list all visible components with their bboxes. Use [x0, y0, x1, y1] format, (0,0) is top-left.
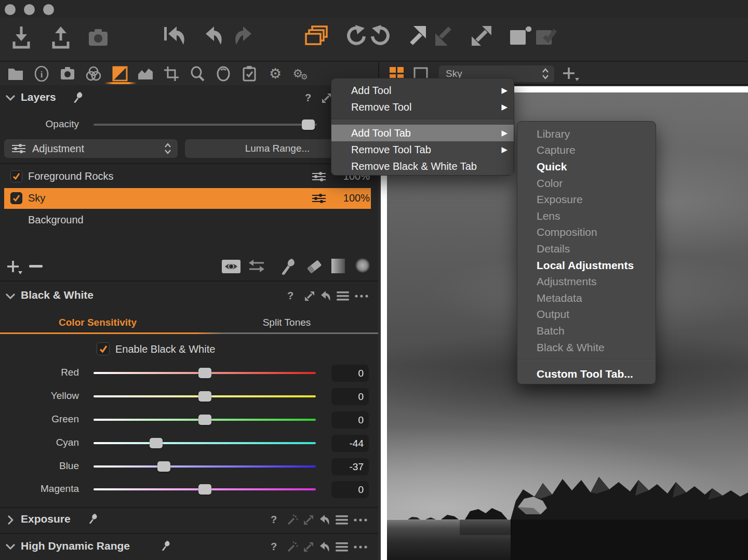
demote-variant-icon[interactable]: [432, 25, 453, 47]
slider-track[interactable]: [94, 442, 316, 444]
lens-icon[interactable]: [215, 65, 232, 82]
tab-color-sensitivity[interactable]: Color Sensitivity: [0, 317, 195, 328]
opacity-slider-track[interactable]: [94, 124, 317, 126]
opacity-slider-handle[interactable]: [302, 119, 315, 130]
remove-layer-icon[interactable]: [29, 265, 43, 268]
loupe-icon[interactable]: [189, 65, 206, 82]
invert-mask-icon[interactable]: [248, 259, 265, 273]
add-variant-icon[interactable]: [562, 66, 580, 82]
expand-icon[interactable]: [303, 541, 314, 553]
layer-row-sky[interactable]: Sky 100%: [0, 188, 378, 209]
reset-icon[interactable]: [319, 541, 331, 553]
slider-handle[interactable]: [150, 438, 163, 448]
submenu-item-quick[interactable]: Quick: [517, 158, 656, 175]
more-icon[interactable]: [353, 545, 368, 549]
more-icon[interactable]: [353, 518, 368, 522]
menu-item-remove-tool[interactable]: Remove Tool▶: [331, 99, 514, 115]
submenu-item-custom-tool-tab[interactable]: Custom Tool Tab...: [517, 364, 656, 384]
slider-track[interactable]: [94, 419, 316, 421]
slider-handle[interactable]: [198, 391, 211, 402]
expand-icon[interactable]: [303, 514, 314, 526]
help-icon[interactable]: ?: [271, 541, 277, 553]
slider-handle[interactable]: [198, 368, 211, 378]
help-icon[interactable]: ?: [305, 92, 311, 104]
new-variant-stack-icon[interactable]: [304, 25, 328, 49]
menu-item-remove-bw-tab[interactable]: Remove Black & White Tab: [331, 158, 514, 175]
more-icon[interactable]: [354, 294, 369, 298]
export-icon[interactable]: [50, 25, 72, 50]
expand-icon[interactable]: [304, 290, 315, 302]
submenu-item-local-adjustments[interactable]: Local Adjustments: [517, 257, 656, 274]
slider-value[interactable]: -37: [331, 458, 369, 475]
slider-track[interactable]: [94, 395, 316, 397]
preset-menu-icon[interactable]: [336, 515, 348, 525]
undo-icon[interactable]: [204, 25, 226, 49]
layer-row-foreground-rocks[interactable]: Foreground Rocks 100%: [0, 166, 378, 187]
preset-menu-icon[interactable]: [337, 291, 349, 301]
brush-mask-icon[interactable]: [87, 513, 99, 525]
enable-bw-checkbox[interactable]: [97, 342, 110, 355]
settings-gear-icon[interactable]: ⚙: [267, 65, 284, 82]
undo-all-icon[interactable]: [163, 25, 186, 49]
redo-icon[interactable]: [231, 25, 253, 49]
wand-icon[interactable]: [287, 541, 298, 553]
layer-type-select[interactable]: Adjustment: [4, 139, 178, 158]
import-icon[interactable]: [10, 25, 32, 50]
menu-item-add-tool-tab[interactable]: Add Tool Tab▶: [331, 125, 514, 141]
promote-variant-icon[interactable]: [408, 25, 429, 47]
reset-icon[interactable]: [319, 514, 331, 526]
chevron-down-icon[interactable]: [5, 543, 16, 550]
slider-handle[interactable]: [157, 461, 170, 472]
layer-visibility-checkbox[interactable]: [10, 170, 22, 182]
slider-handle[interactable]: [198, 484, 211, 495]
preset-menu-icon[interactable]: [336, 542, 348, 552]
crop-icon[interactable]: [163, 65, 180, 82]
hdr-panel-header[interactable]: High Dynamic Range ?: [0, 534, 378, 560]
layer-visibility-checkbox[interactable]: [10, 192, 22, 204]
color-wheel-icon[interactable]: [85, 65, 102, 82]
apply-adjustments-icon[interactable]: [534, 25, 557, 48]
chevron-right-icon[interactable]: [7, 515, 14, 525]
exposure-panel-header[interactable]: Exposure ?: [0, 508, 378, 532]
add-layer-icon[interactable]: [6, 260, 23, 275]
menu-item-remove-tool-tab[interactable]: Remove Tool Tab▶: [331, 141, 514, 158]
slider-value[interactable]: 0: [331, 388, 369, 405]
slider-value[interactable]: 0: [331, 481, 369, 498]
local-adjustments-icon[interactable]: [112, 65, 128, 82]
resize-diagonal-icon[interactable]: [471, 25, 492, 47]
tab-split-tones[interactable]: Split Tones: [195, 317, 378, 328]
chevron-down-icon[interactable]: [5, 293, 16, 299]
slider-handle[interactable]: [198, 415, 211, 425]
copy-adjustments-icon[interactable]: [509, 25, 532, 48]
process-recipe-icon[interactable]: [241, 65, 258, 82]
menu-item-add-tool[interactable]: Add Tool▶: [331, 82, 514, 99]
rotate-ccw-icon[interactable]: [345, 25, 366, 49]
help-icon[interactable]: ?: [287, 290, 293, 302]
capture-icon[interactable]: [87, 29, 109, 47]
styles-icon[interactable]: [137, 65, 154, 82]
capture-tab-icon[interactable]: [59, 65, 76, 82]
brush-mask-icon[interactable]: [160, 540, 171, 552]
radial-mask-icon[interactable]: [355, 258, 370, 273]
zoom-window-button[interactable]: [43, 4, 54, 15]
slider-value[interactable]: 0: [331, 365, 369, 382]
info-icon[interactable]: i: [33, 65, 50, 82]
help-icon[interactable]: ?: [271, 514, 277, 526]
slider-track[interactable]: [94, 465, 316, 468]
eraser-icon[interactable]: [305, 259, 323, 274]
mask-visibility-icon[interactable]: [221, 259, 241, 274]
library-icon[interactable]: [7, 65, 24, 82]
slider-value[interactable]: 0: [331, 411, 369, 429]
wand-icon[interactable]: [287, 514, 298, 526]
plugins-gears-icon[interactable]: ⚙⚙: [292, 65, 309, 82]
close-window-button[interactable]: [5, 4, 16, 15]
minimize-window-button[interactable]: [24, 4, 35, 15]
reset-icon[interactable]: [320, 290, 332, 302]
rotate-cw-icon[interactable]: [371, 25, 392, 49]
brush-mask-icon[interactable]: [72, 91, 84, 104]
chevron-down-icon[interactable]: [5, 95, 16, 101]
slider-value[interactable]: -44: [331, 435, 369, 452]
slider-track[interactable]: [94, 372, 316, 374]
layer-row-background[interactable]: Background: [0, 210, 378, 231]
slider-track[interactable]: [94, 488, 316, 490]
